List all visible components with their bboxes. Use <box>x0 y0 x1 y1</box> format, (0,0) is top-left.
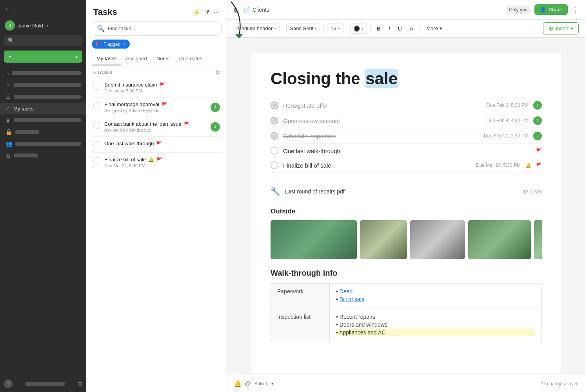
task-checkbox[interactable] <box>93 157 100 164</box>
share-button[interactable]: 👤 Share <box>534 4 568 15</box>
flag-icon: 🚩 <box>536 148 542 154</box>
document-title: Closing the sale <box>271 69 542 89</box>
check-due: Due Feb 21, 2:30 PM <box>484 133 529 139</box>
outside-photos <box>271 220 542 259</box>
task-row: Finalize bill of sale 🔔 🚩 Due Mar 24, 5:… <box>92 153 222 172</box>
sidebar-item-recent[interactable]: ☰ <box>0 91 86 103</box>
sidebar-bottom: ? ⊞ <box>0 376 86 392</box>
checklist-item: ✓ Open escrow account Due Feb 4, 4:30 PM… <box>271 113 542 128</box>
forward-arrow[interactable]: › <box>11 5 16 13</box>
check-due: Due Feb 3, 5:30 PM <box>487 103 529 108</box>
task-checkbox[interactable] <box>93 102 100 109</box>
tasks-count: 5 TASKS <box>93 70 113 75</box>
color-select[interactable]: ▾ <box>350 23 367 34</box>
font-label: Sans Serif <box>290 25 313 31</box>
font-color-button[interactable]: A <box>407 24 416 33</box>
smart-filter-icon[interactable]: ⚡ <box>193 9 201 16</box>
check-icon[interactable] <box>271 161 278 169</box>
title-text: Closing the <box>271 69 365 88</box>
sidebar-item-trash[interactable]: 🗑 <box>0 150 86 161</box>
format-select[interactable]: Medium header ▾ <box>234 23 280 33</box>
format-label: Medium header <box>237 25 273 31</box>
check-text: Finalize bill of sale <box>283 162 471 169</box>
sidebar-item-tasks[interactable]: ✓ My tasks <box>0 103 86 114</box>
table-row: Paperwork Deed Bill of sale <box>271 284 542 309</box>
search-input[interactable] <box>108 25 216 31</box>
task-checkbox[interactable] <box>93 83 100 90</box>
filter-icon[interactable]: ⧩ <box>205 9 210 16</box>
sidebar-item-label <box>14 95 81 99</box>
task-row: Final mortgage approval 🚩 Assigned by Ad… <box>92 98 222 117</box>
size-select[interactable]: 16 ▾ <box>327 23 343 33</box>
user-menu[interactable]: J Jamie Gold ▾ <box>0 17 86 34</box>
filter-close[interactable]: × <box>123 41 126 47</box>
more-options-icon[interactable]: ⋮ <box>572 5 579 14</box>
chevron-down-icon: ▾ <box>338 26 340 31</box>
help-button[interactable]: ? <box>4 379 13 388</box>
tab-assigned[interactable]: Assigned <box>121 52 151 65</box>
tab-notes[interactable]: Notes <box>152 52 174 65</box>
at-icon[interactable]: @ <box>245 380 251 387</box>
filter-badge[interactable]: 🚩 Flagged × <box>92 40 130 49</box>
task-checkbox[interactable] <box>93 122 100 129</box>
outside-label: Outside <box>271 208 542 215</box>
deed-link[interactable]: Deed <box>340 288 352 294</box>
walk-through-title: Walk-through info <box>271 269 542 278</box>
bold-button[interactable]: B <box>374 24 384 33</box>
sidebar-search[interactable]: 🔍 <box>4 35 82 46</box>
toolbar-divider <box>420 25 420 33</box>
topbar-left: ◧ 📄 Clients <box>234 6 269 13</box>
footer-user[interactable]: Yuki T. ▾ <box>254 381 273 387</box>
tasks-search-bar[interactable]: 🔍 <box>92 21 222 36</box>
table-content: Deed Bill of sale <box>330 284 542 309</box>
check-done-icon[interactable]: ✓ <box>271 132 278 140</box>
sidebar-item-people[interactable]: 👥 <box>0 138 86 150</box>
italic-button[interactable]: I <box>385 24 393 33</box>
task-content: Contact bank about the loan issue 🚩 Assi… <box>104 121 207 132</box>
task-content: Submit insurance claim 🚩 Due today, 5:00… <box>104 82 220 93</box>
color-dot <box>354 25 360 32</box>
sidebar-item-starred[interactable]: ☆ <box>0 79 86 91</box>
flag-icon: 🚩 <box>159 82 165 88</box>
title-highlight: sale <box>365 69 398 88</box>
checklist-item: ✓ Renegotiate offer Due Feb 3, 5:30 PM J <box>271 98 542 113</box>
check-icon[interactable] <box>271 147 278 155</box>
photo-1 <box>271 220 357 259</box>
attachment-name: Last round of repairs.pdf <box>285 188 345 195</box>
toolbar-divider <box>347 25 347 33</box>
bill-of-sale-link[interactable]: Bill of sale <box>340 296 365 302</box>
chevron-down-icon: ▾ <box>571 25 574 31</box>
check-done-icon[interactable]: ✓ <box>271 117 278 125</box>
new-button[interactable]: + ▾ <box>4 51 82 63</box>
sidebar-item-home[interactable]: ⌂ <box>0 67 86 79</box>
check-done-icon[interactable]: ✓ <box>271 101 278 109</box>
nav-arrows: ‹ › <box>4 5 15 13</box>
chevron-down-icon: ▾ <box>362 26 363 31</box>
tab-due-dates[interactable]: Due dates <box>174 52 207 65</box>
people-icon: 👥 <box>5 141 12 147</box>
share-icon: 👤 <box>540 7 546 13</box>
bell-icon[interactable]: 🔔 <box>234 380 242 387</box>
sort-icon[interactable]: ⇅ <box>215 69 220 76</box>
task-checkbox[interactable] <box>93 141 100 148</box>
task-name: Final mortgage approval 🚩 <box>104 101 207 107</box>
sidebar-item-group1[interactable]: ▣ <box>0 114 86 126</box>
underline-button[interactable]: U <box>395 24 405 33</box>
sidebar-item-lock[interactable]: 🔒 <box>0 126 86 138</box>
sidebar-toggle-icon[interactable]: ◧ <box>234 6 240 13</box>
more-button[interactable]: More ▾ <box>423 24 445 33</box>
avatar: J <box>533 101 542 110</box>
inspection-item: Appliances and AC <box>336 329 535 336</box>
more-icon[interactable]: ⋯ <box>214 9 220 16</box>
sidebar-settings-icon[interactable]: ⊞ <box>77 380 82 388</box>
inspection-item: Doors and windows <box>336 322 535 328</box>
avatar: J <box>5 20 15 31</box>
sidebar-item-label <box>15 130 39 134</box>
tab-my-tasks[interactable]: My tasks <box>92 52 121 65</box>
back-arrow[interactable]: ‹ <box>4 5 9 13</box>
font-select[interactable]: Sans Serif ▾ <box>286 23 320 33</box>
toolbar-divider <box>323 25 324 33</box>
table-label: Inspection list <box>271 309 330 342</box>
insert-button[interactable]: ⊕ Insert ▾ <box>543 22 579 34</box>
trash-icon: 🗑 <box>5 152 11 159</box>
